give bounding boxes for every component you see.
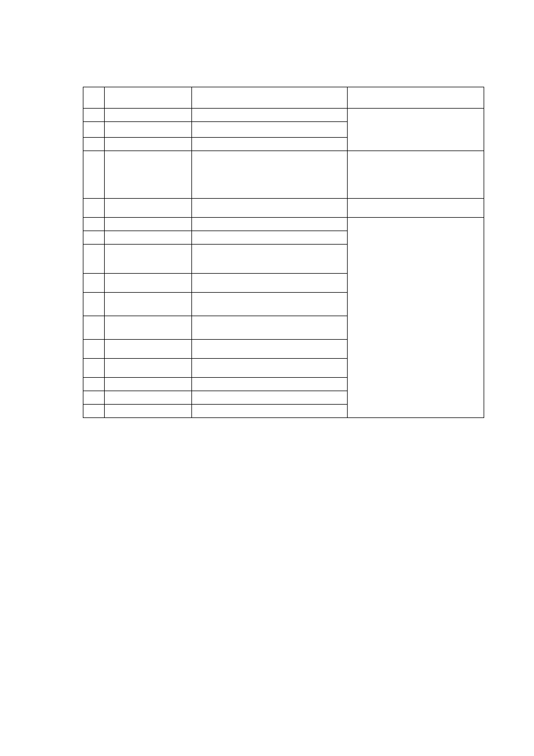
cell [105,218,192,231]
cell [192,199,348,218]
cell [83,405,105,418]
cell [192,138,348,151]
cell [192,405,348,418]
cell [83,218,105,231]
data-table [83,87,484,418]
cell [105,293,192,316]
cell [192,109,348,122]
cell [192,245,348,274]
page [0,0,534,756]
cell [192,316,348,340]
cell-merged [348,218,484,418]
cell [348,199,484,218]
cell [83,245,105,274]
cell [105,274,192,293]
cell [105,405,192,418]
cell [105,378,192,391]
cell [105,316,192,340]
cell [83,293,105,316]
cell-merged [348,109,484,151]
cell [83,151,105,199]
cell [105,340,192,359]
cell [192,151,348,199]
cell [105,122,192,138]
cell [105,391,192,405]
cell [105,199,192,218]
table-row [83,151,484,199]
cell [105,245,192,274]
cell [192,359,348,378]
cell [192,293,348,316]
cell [83,391,105,405]
cell [83,274,105,293]
cell [105,151,192,199]
cell [83,359,105,378]
cell [83,122,105,138]
cell [83,231,105,245]
cell [83,138,105,151]
cell [105,138,192,151]
cell [105,359,192,378]
cell [348,87,484,109]
table-row [83,218,484,231]
cell [192,378,348,391]
cell [105,87,192,109]
table-row [83,199,484,218]
table-row [83,87,484,109]
cell [192,340,348,359]
cell [192,231,348,245]
cell [83,199,105,218]
cell [192,274,348,293]
cell [83,316,105,340]
cell [105,231,192,245]
cell [83,109,105,122]
cell [192,391,348,405]
table-row [83,109,484,122]
cell [105,109,192,122]
cell [192,218,348,231]
cell [192,122,348,138]
cell [83,378,105,391]
cell [192,87,348,109]
cell [348,151,484,199]
cell [83,87,105,109]
cell [83,340,105,359]
